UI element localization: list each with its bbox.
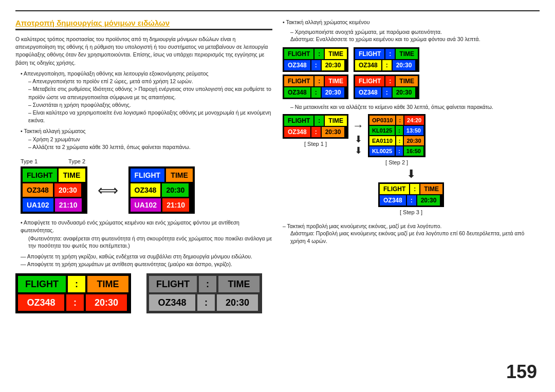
bb1-colon: :	[68, 276, 85, 292]
bottom-board2: FLIGHT : TIME OZ348 : 20:30	[146, 273, 262, 313]
bb2-colon2: :	[197, 294, 215, 311]
rtb2-r-oz: OZ348	[355, 60, 381, 70]
rtb2-h-time: TIME	[396, 49, 418, 59]
s2-r2-b: 13:50	[404, 126, 423, 135]
down-arrows: ⬇⬇	[355, 134, 362, 156]
rtb1-h-c: :	[314, 49, 324, 59]
arrow-right-icon: →	[353, 119, 364, 133]
rtb4-h: FLIGHT : TIME	[355, 76, 418, 86]
bullet-section-1: Απενεργοποίηση, προφύλαξη οθόνης και λει…	[15, 70, 272, 125]
cell-2030-green: 20:30	[162, 183, 189, 197]
bb2-header: FLIGHT : TIME	[149, 276, 260, 292]
s1-oz: OZ348	[284, 127, 310, 137]
s3-c2: :	[407, 195, 416, 206]
type2-board: FLIGHT TIME OZ348 20:30 UA102 21:10	[128, 166, 195, 214]
rtb3-r-c: :	[311, 87, 321, 98]
s3-oz: OZ348	[380, 195, 406, 206]
rtb1-r: OZ348 : 20:30	[284, 60, 347, 70]
cell-ua102-blue: UA102	[23, 198, 53, 212]
cell-2110-red: 21:10	[162, 198, 189, 212]
board1-row2: UA102 21:10	[23, 198, 85, 212]
right-arrow-area: → ⬇⬇	[353, 119, 364, 156]
contrast-note-b: (Φωτεινότητα: αναφέρεται στη φωτεινότητα…	[28, 235, 272, 250]
section-title: Αποτροπή δημιουργίας μόνιμων ειδώλων	[15, 18, 272, 30]
s3-r: OZ348 : 20:30	[380, 195, 442, 206]
swap-arrow: ⟺	[98, 182, 118, 199]
s2-r4-c: :	[396, 146, 403, 156]
bottom-bullet: – Τακτική προβολή μιας κινούμενης εικόνα…	[283, 222, 540, 230]
page-number: 159	[506, 361, 537, 383]
bullet-contrast: Αποφύγετε το συνδυασμό ενός χρώματος κει…	[21, 219, 272, 234]
rtb4-r-c: :	[382, 87, 392, 98]
rtb1-r-oz: OZ348	[284, 60, 310, 70]
s1-time: TIME	[325, 116, 347, 126]
rtb4-h-c: :	[385, 76, 395, 86]
bb2-flight: FLIGHT	[149, 276, 197, 292]
bb1-time: TIME	[87, 276, 128, 292]
bottom-sub: Διάστημα: Προβολή μιας κινούμενης εικόνα…	[290, 230, 540, 245]
s2-r3-a: EA0110	[369, 136, 395, 145]
rtb2-r-c: :	[382, 60, 392, 70]
cell-oz348-yellow: OZ348	[131, 183, 161, 197]
rtb2-r: OZ348 : 20:30	[355, 60, 418, 70]
s1-h: FLIGHT : TIME	[284, 116, 347, 126]
cell-flight-green: FLIGHT	[23, 169, 57, 182]
s3-flight: FLIGHT	[380, 184, 409, 194]
s1-t: 20:30	[322, 127, 345, 137]
s3-t: 20:30	[417, 195, 440, 206]
sub-1-4: Είναι καλύτερο να χρησιμοποιείτε ένα λογ…	[28, 109, 272, 124]
bb2-colon: :	[199, 276, 216, 292]
s2-r3-c: :	[396, 136, 403, 145]
bb1-row: OZ348 : 20:30	[18, 294, 128, 311]
cell-2030-red: 20:30	[54, 183, 81, 197]
rtb3-r-t: 20:30	[322, 87, 345, 98]
bb1-header: FLIGHT : TIME	[18, 276, 128, 292]
s2-r1-b: 24:20	[404, 116, 424, 125]
s3-time: TIME	[420, 184, 442, 194]
s2-r4: KL0025 : 16:50	[369, 146, 424, 156]
rtb1-h-time: TIME	[325, 49, 347, 59]
step3-group: ⬇ FLIGHT : TIME OZ348 : 20:30 [ Step 3 ]	[283, 167, 540, 215]
type2-label: Type 2	[68, 158, 85, 164]
sub-1-2: Μεταβείτε στις ρυθμίσεις Ιδιότητες οθόνη…	[28, 85, 272, 101]
rtb2-h-flight: FLIGHT	[355, 49, 384, 59]
s2-r1-c: :	[396, 116, 403, 125]
type-labels: Type 1 Type 2	[21, 158, 272, 164]
board2-row2: UA102 21:10	[131, 198, 193, 212]
cell-oz348-orange: OZ348	[23, 183, 53, 197]
rtb4-h-flight: FLIGHT	[355, 76, 384, 86]
sub-2-1: Χρήση 2 χρωμάτων	[28, 136, 272, 143]
sub-1-3: Συνιστάται η χρήση προφύλαξης οθόνης.	[28, 101, 272, 109]
intro-text: Ο καλύτερος τρόπος προστασίας του προϊόν…	[15, 35, 272, 67]
s2-r2-a: KL0125	[369, 126, 395, 135]
step1-label: [ Step 1 ]	[304, 141, 327, 147]
s2-r2: KL0125 : 13:50	[369, 126, 424, 135]
s3-h: FLIGHT : TIME	[380, 184, 442, 194]
step1-group: FLIGHT : TIME OZ348 : 20:30 [ Step 1 ]	[283, 114, 348, 147]
dash-contrast-note: Αποφύγετε τη χρήση χρωμάτων με αντίθεση …	[21, 260, 272, 268]
right-sub2: Διάστημα: Εναλλάσσετε το χρώμα κειμένου …	[290, 35, 540, 43]
step3-board: FLIGHT : TIME OZ348 : 20:30	[378, 182, 444, 207]
left-column: Αποτροπή δημιουργίας μόνιμων ειδώλων Ο κ…	[15, 18, 272, 382]
rtb4-r: OZ348 : 20:30	[355, 87, 418, 98]
bb2-oz348: OZ348	[149, 294, 195, 311]
rtb4-r-oz: OZ348	[355, 87, 381, 98]
cell-flight-blue: FLIGHT	[131, 169, 165, 182]
page: Αποτροπή δημιουργίας μόνιμων ειδώλων Ο κ…	[0, 0, 555, 392]
down-arrow-step3: ⬇	[406, 167, 416, 181]
s2-r1-a: OP0310	[369, 116, 395, 125]
right-sub1: – Χρησιμοποιήστε ανοιχτά χρώματα, με παρ…	[290, 28, 540, 36]
bb2-2030: 20:30	[217, 294, 258, 311]
s3-c: :	[410, 184, 419, 194]
step1-board: FLIGHT : TIME OZ348 : 20:30	[283, 114, 348, 139]
board2-header: FLIGHT TIME	[131, 169, 193, 182]
right-bottom: – Τακτική προβολή μιας κινούμενης εικόνα…	[283, 218, 540, 245]
s1-flight: FLIGHT	[284, 116, 313, 126]
bb1-colon2: :	[66, 294, 84, 311]
right-top-boards: FLIGHT : TIME OZ348 : 20:30 FLI	[283, 47, 540, 99]
rtb1-r-t: 20:30	[322, 60, 345, 70]
rtb3-r: OZ348 : 20:30	[284, 87, 347, 98]
top-divider	[15, 10, 540, 11]
board1-row1: OZ348 20:30	[23, 183, 85, 197]
sub-1-1: Απενεργοποιήστε το προϊόν επί 2 ώρες, με…	[28, 78, 272, 85]
